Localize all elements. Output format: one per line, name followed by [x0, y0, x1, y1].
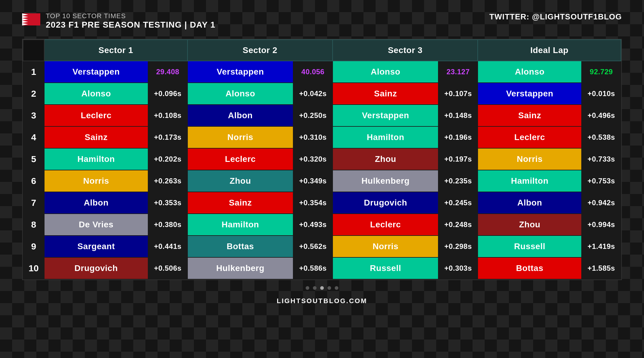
s2-time-cell: +0.349s [293, 170, 333, 192]
s1-time-cell: 29.408 [148, 61, 188, 83]
rank-cell: 9 [23, 236, 44, 257]
s2-driver-cell: Alonso [188, 83, 293, 105]
il-time-cell: +1.585s [582, 257, 621, 279]
s3-time-value: +0.303s [444, 264, 472, 272]
s3-driver-name: Hamilton [367, 132, 404, 142]
il-driver-name: Albon [517, 198, 542, 207]
s2-driver-name: Norris [227, 132, 253, 142]
il-time-cell: +0.733s [582, 148, 621, 170]
il-time-cell: +0.753s [582, 170, 621, 192]
il-time-value: +0.753s [588, 177, 615, 185]
s2-time-value: +0.354s [299, 199, 327, 207]
s1-time-cell: +0.096s [148, 83, 188, 105]
rank-cell: 8 [23, 214, 44, 236]
il-driver-cell: Albon [478, 192, 582, 214]
s1-time-cell: +0.263s [148, 170, 188, 192]
s3-time-cell: +0.303s [438, 257, 478, 279]
il-driver-name: Leclerc [514, 132, 545, 142]
il-driver-cell: Norris [478, 148, 582, 170]
header-text: TOP 10 SECTOR TIMES 2023 F1 PRE SEASON T… [46, 12, 215, 30]
il-time-cell: +1.419s [582, 236, 621, 257]
s3-driver-name: Verstappen [362, 111, 409, 120]
s1-time-value: 29.408 [156, 68, 179, 76]
twitter-label: TWITTER: [490, 12, 532, 21]
s2-driver-name: Alonso [225, 89, 255, 98]
il-time-cell: 92.729 [582, 61, 621, 83]
il-time-value: 92.729 [590, 68, 613, 76]
s1-driver-cell: Hamilton [44, 148, 148, 170]
il-driver-name: Hamilton [511, 176, 549, 186]
il-driver-name: Zhou [519, 220, 540, 229]
s1-driver-cell: Norris [44, 170, 148, 192]
s3-driver-name: Leclerc [370, 220, 401, 229]
s1-time-value: +0.353s [154, 199, 181, 207]
s2-time-value: +0.586s [299, 264, 327, 272]
s3-driver-cell: Hulkenberg [333, 170, 438, 192]
table-row: 2 Alonso +0.096s Alonso +0.042s Sainz +0… [23, 83, 621, 105]
rank-cell: 10 [23, 257, 44, 279]
s2-time-cell: +0.250s [293, 105, 333, 126]
s2-driver-name: Zhou [230, 176, 251, 186]
ideal-lap-header: Ideal Lap [478, 40, 621, 61]
s3-time-cell: +0.298s [438, 236, 478, 257]
dot-1 [306, 286, 309, 290]
s3-time-value: 23.127 [446, 68, 470, 76]
s1-time-cell: +0.506s [148, 257, 188, 279]
s2-driver-cell: Verstappen [188, 61, 293, 83]
s3-time-cell: +0.235s [438, 170, 478, 192]
s1-time-value: +0.263s [154, 177, 181, 185]
s3-driver-cell: Hamilton [333, 126, 438, 148]
s1-time-cell: +0.441s [148, 236, 188, 257]
s3-driver-name: Alonso [371, 67, 400, 76]
s3-time-value: +0.248s [444, 220, 472, 229]
sector1-header: Sector 1 [44, 40, 188, 61]
s3-driver-name: Zhou [375, 154, 396, 164]
s2-driver-cell: Bottas [188, 236, 293, 257]
il-time-value: +0.733s [588, 155, 615, 163]
s3-time-cell: +0.245s [438, 192, 478, 214]
s2-time-cell: 40.056 [293, 61, 333, 83]
il-driver-cell: Hamilton [478, 170, 582, 192]
s3-driver-cell: Sainz [333, 83, 438, 105]
s1-driver-name: Leclerc [81, 111, 112, 120]
table-row: 8 De Vries +0.380s Hamilton +0.493s Lecl… [23, 214, 621, 236]
s3-driver-cell: Leclerc [333, 214, 438, 236]
table-row: 1 Verstappen 29.408 Verstappen 40.056 Al… [23, 61, 621, 83]
s2-time-value: +0.250s [299, 111, 327, 119]
s1-time-value: +0.380s [154, 220, 181, 229]
il-time-value: +1.585s [588, 264, 615, 272]
s1-driver-cell: De Vries [44, 214, 148, 236]
rank-cell: 6 [23, 170, 44, 192]
s3-driver-name: Hulkenberg [361, 176, 410, 186]
header: TOP 10 SECTOR TIMES 2023 F1 PRE SEASON T… [22, 9, 622, 33]
s2-driver-name: Albon [228, 111, 253, 120]
s2-time-value: +0.310s [299, 133, 327, 141]
s1-driver-cell: Sainz [44, 126, 148, 148]
s2-driver-cell: Norris [188, 126, 293, 148]
il-driver-cell: Sainz [478, 105, 582, 126]
s3-time-value: +0.107s [444, 89, 472, 98]
s1-driver-name: Albon [84, 198, 108, 207]
s2-driver-name: Leclerc [225, 154, 256, 164]
s1-driver-cell: Drugovich [44, 257, 148, 279]
s1-time-value: +0.202s [154, 155, 181, 163]
s3-driver-name: Sainz [374, 89, 397, 98]
s3-time-cell: +0.196s [438, 126, 478, 148]
s1-time-cell: +0.353s [148, 192, 188, 214]
rank-cell: 7 [23, 192, 44, 214]
s1-driver-cell: Verstappen [44, 61, 148, 83]
s3-time-cell: +0.248s [438, 214, 478, 236]
table-row: 10 Drugovich +0.506s Hulkenberg +0.586s … [23, 257, 621, 279]
s3-time-value: +0.235s [444, 177, 472, 185]
s3-driver-name: Norris [373, 242, 398, 251]
header-left: TOP 10 SECTOR TIMES 2023 F1 PRE SEASON T… [22, 12, 215, 30]
twitter-handle: @LIGHTSOUTF1BLOG [532, 12, 622, 21]
s1-driver-cell: Alonso [44, 83, 148, 105]
s3-time-cell: +0.107s [438, 83, 478, 105]
header-twitter: TWITTER: @LIGHTSOUTF1BLOG [490, 12, 622, 22]
s3-time-value: +0.197s [444, 155, 472, 163]
dot-5 [335, 286, 338, 290]
table-row: 5 Hamilton +0.202s Leclerc +0.320s Zhou … [23, 148, 621, 170]
s3-driver-name: Russell [370, 263, 401, 273]
sector3-header: Sector 3 [333, 40, 478, 61]
